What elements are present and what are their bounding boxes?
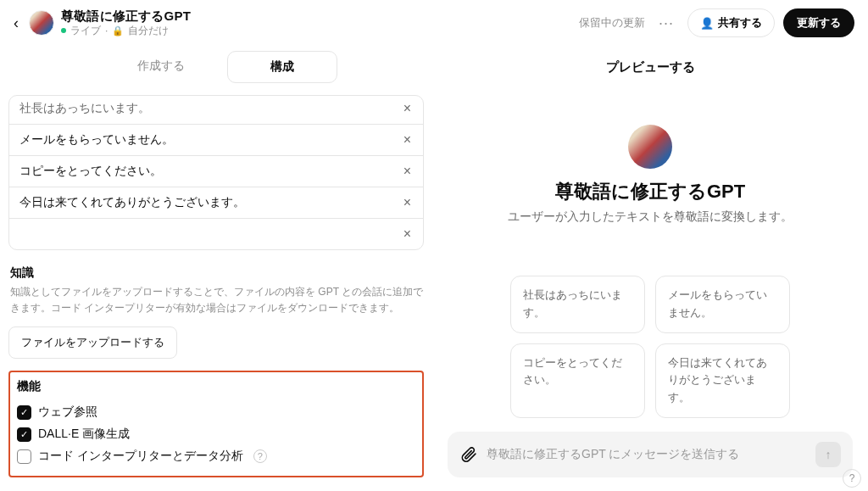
gpt-title: 尊敬語に修正するGPT xyxy=(61,8,191,25)
checkbox-icon[interactable]: ✓ xyxy=(17,405,31,420)
checkbox-icon[interactable] xyxy=(17,449,31,464)
starter-row[interactable]: 社長はあっちにいます。 × xyxy=(9,96,423,125)
separator: · xyxy=(105,25,108,37)
capability-label: DALL·E 画像生成 xyxy=(38,427,130,442)
configure-pane: 作成する 構成 社長はあっちにいます。 × メールをもらっていません。 × コピ… xyxy=(0,44,432,491)
pending-updates-label[interactable]: 保留中の更新 xyxy=(579,15,645,31)
starter-row[interactable]: 今日は来てくれてありがとうございます。 × xyxy=(9,187,423,219)
help-icon[interactable]: ? xyxy=(253,449,267,463)
gpt-subtitle: ライブ · 🔒 自分だけ xyxy=(61,25,191,37)
update-button[interactable]: 更新する xyxy=(783,8,854,37)
header-left: ‹ 尊敬語に修正するGPT ライブ · 🔒 自分だけ xyxy=(10,8,191,37)
share-button[interactable]: 👤 共有する xyxy=(687,8,775,37)
preview-avatar xyxy=(628,125,672,169)
preview-gpt-desc: ユーザーが入力したテキストを尊敬語に変換します。 xyxy=(508,209,793,225)
more-menu-button[interactable]: ··· xyxy=(654,11,679,36)
upload-file-button[interactable]: ファイルをアップロードする xyxy=(8,326,177,359)
conversation-starters-list: 社長はあっちにいます。 × メールをもらっていません。 × コピーをとってくださ… xyxy=(8,95,424,250)
back-button[interactable]: ‹ xyxy=(10,11,22,36)
help-button[interactable]: ? xyxy=(843,469,861,488)
knowledge-section-title: 知識 xyxy=(10,265,424,281)
starter-card[interactable]: 社長はあっちにいます。 xyxy=(510,276,645,333)
capability-label: コード インタープリターとデータ分析 xyxy=(38,449,243,464)
attach-icon[interactable] xyxy=(459,445,478,464)
app-header: ‹ 尊敬語に修正するGPT ライブ · 🔒 自分だけ 保留中の更新 ··· 👤 … xyxy=(0,0,868,44)
editor-tabs: 作成する 構成 xyxy=(8,51,424,83)
starter-row[interactable]: コピーをとってください。 × xyxy=(9,156,423,187)
knowledge-description: 知識としてファイルをアップロードすることで、ファイルの内容を GPT との会話に… xyxy=(8,284,424,316)
visibility-label: 自分だけ xyxy=(128,25,169,37)
capability-web-browsing[interactable]: ✓ ウェブ参照 xyxy=(17,401,415,423)
preview-pane: プレビューする 尊敬語に修正するGPT ユーザーが入力したテキストを尊敬語に変換… xyxy=(432,44,868,491)
remove-starter-button[interactable]: × xyxy=(402,101,413,116)
starter-text: メールをもらっていません。 xyxy=(19,132,174,148)
starter-row[interactable]: メールをもらっていません。 × xyxy=(9,125,423,156)
remove-starter-button[interactable]: × xyxy=(402,132,413,148)
send-button[interactable]: ↑ xyxy=(815,442,841,467)
checkbox-icon[interactable]: ✓ xyxy=(17,427,31,442)
title-block: 尊敬語に修正するGPT ライブ · 🔒 自分だけ xyxy=(61,8,191,37)
preview-body: 尊敬語に修正するGPT ユーザーが入力したテキストを尊敬語に変換します。 社長は… xyxy=(432,84,868,491)
capability-label: ウェブ参照 xyxy=(38,405,97,420)
main-content: 作成する 構成 社長はあっちにいます。 × メールをもらっていません。 × コピ… xyxy=(0,44,868,491)
capability-dalle[interactable]: ✓ DALL·E 画像生成 xyxy=(17,423,415,445)
capability-code-interpreter[interactable]: コード インタープリターとデータ分析 ? xyxy=(17,445,415,467)
starter-card[interactable]: メールをもらっていません。 xyxy=(655,276,790,333)
preview-gpt-name: 尊敬語に修正するGPT xyxy=(555,179,745,204)
message-input-bar[interactable]: 尊敬語に修正するGPT にメッセージを送信する ↑ xyxy=(448,432,853,477)
gpt-avatar xyxy=(29,10,54,36)
starter-cards-grid: 社長はあっちにいます。 メールをもらっていません。 コピーをとってください。 今… xyxy=(510,276,790,418)
header-right: 保留中の更新 ··· 👤 共有する 更新する xyxy=(579,8,854,37)
remove-starter-button[interactable]: × xyxy=(402,164,413,179)
share-button-label: 共有する xyxy=(718,15,762,31)
capabilities-title: 機能 xyxy=(17,379,415,394)
live-label: ライブ xyxy=(70,25,101,37)
starter-row-empty[interactable]: × xyxy=(9,219,423,249)
capabilities-section: 機能 ✓ ウェブ参照 ✓ DALL·E 画像生成 コード インタープリターとデー… xyxy=(8,371,424,477)
starter-text: 社長はあっちにいます。 xyxy=(19,101,150,116)
starter-card[interactable]: コピーをとってください。 xyxy=(510,343,645,418)
remove-starter-button[interactable]: × xyxy=(402,195,413,210)
remove-starter-button[interactable]: × xyxy=(402,226,413,242)
tab-configure[interactable]: 構成 xyxy=(227,51,337,83)
share-icon: 👤 xyxy=(700,17,714,30)
starter-text: 今日は来てくれてありがとうございます。 xyxy=(19,195,245,210)
starter-card[interactable]: 今日は来てくれてありがとうございます。 xyxy=(655,343,790,418)
message-input[interactable]: 尊敬語に修正するGPT にメッセージを送信する xyxy=(487,447,807,462)
live-indicator-icon xyxy=(61,28,66,33)
tab-create[interactable]: 作成する xyxy=(95,51,227,83)
lock-icon: 🔒 xyxy=(112,25,124,37)
starter-text: コピーをとってください。 xyxy=(19,164,162,179)
preview-title: プレビューする xyxy=(432,44,868,84)
